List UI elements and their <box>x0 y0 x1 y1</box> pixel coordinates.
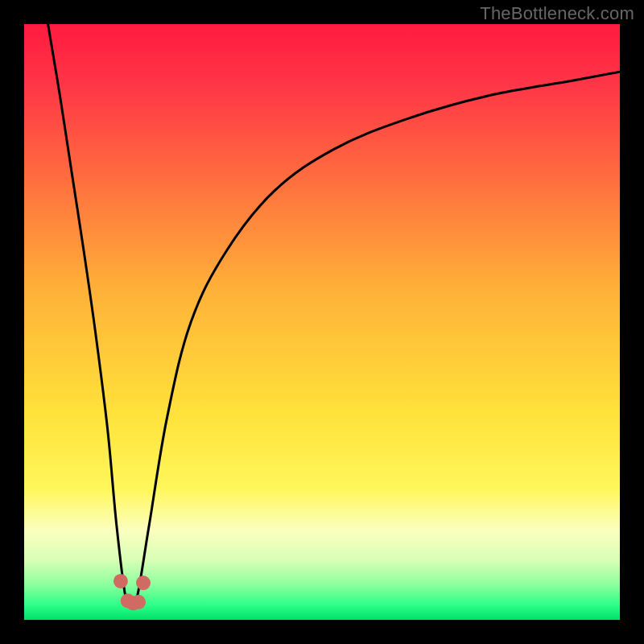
plot-area <box>24 24 620 620</box>
bottleneck-curve <box>48 24 620 605</box>
curve-markers <box>114 574 151 610</box>
chart-frame: TheBottleneck.com <box>0 0 644 644</box>
marker-dot <box>114 574 128 588</box>
marker-dot <box>131 595 146 609</box>
marker-dot <box>136 576 151 590</box>
watermark-text: TheBottleneck.com <box>480 3 634 24</box>
curve-layer <box>24 24 620 620</box>
